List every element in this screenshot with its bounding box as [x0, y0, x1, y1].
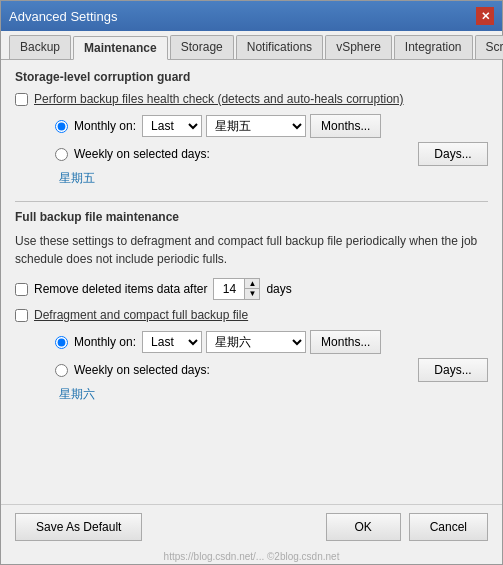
full-backup-days-button[interactable]: Days... — [418, 358, 488, 382]
full-backup-monthly-radio[interactable] — [55, 336, 68, 349]
remove-deleted-checkbox[interactable] — [15, 283, 28, 296]
days-input[interactable] — [214, 279, 244, 299]
corruption-radio-group: Monthly on: Last 星期五 Months... Weekly — [35, 114, 488, 187]
days-spinner: ▲ ▼ — [213, 278, 260, 300]
corruption-monthly-dropdown1[interactable]: Last — [142, 115, 202, 137]
defrag-row: Defragment and compact full backup file — [15, 308, 488, 322]
footer: Save As Default OK Cancel — [1, 504, 502, 549]
full-backup-monthly-label: Monthly on: — [74, 335, 136, 349]
advanced-settings-window: Advanced Settings ✕ Backup Maintenance S… — [0, 0, 503, 565]
full-backup-description: Use these settings to defragment and com… — [15, 232, 488, 268]
defrag-checkbox[interactable] — [15, 309, 28, 322]
window-title: Advanced Settings — [9, 9, 117, 24]
tab-backup[interactable]: Backup — [9, 35, 71, 59]
cancel-button[interactable]: Cancel — [409, 513, 488, 541]
full-backup-weekly-radio[interactable] — [55, 364, 68, 377]
corruption-days-button[interactable]: Days... — [418, 142, 488, 166]
tab-vsphere[interactable]: vSphere — [325, 35, 392, 59]
full-backup-weekly-row: Weekly on selected days: Days... — [55, 358, 488, 382]
full-backup-monthly-dropdown1[interactable]: Last — [142, 331, 202, 353]
days-label: days — [266, 282, 291, 296]
tab-notifications[interactable]: Notifications — [236, 35, 323, 59]
full-backup-monthly-dropdown2[interactable]: 星期六 — [206, 331, 306, 353]
remove-deleted-label: Remove deleted items data after — [34, 282, 207, 296]
full-backup-monthly-controls: Last 星期六 Months... — [142, 330, 488, 354]
close-button[interactable]: ✕ — [476, 7, 494, 25]
full-backup-section: Full backup file maintenance Use these s… — [15, 210, 488, 403]
corruption-monthly-controls: Last 星期五 Months... — [142, 114, 488, 138]
corruption-monthly-dropdown2[interactable]: 星期五 — [206, 115, 306, 137]
corruption-monthly-radio[interactable] — [55, 120, 68, 133]
spinner-down-button[interactable]: ▼ — [245, 289, 259, 299]
corruption-guard-section: Storage-level corruption guard Perform b… — [15, 70, 488, 187]
spinner-arrows: ▲ ▼ — [244, 279, 259, 299]
ok-button[interactable]: OK — [326, 513, 401, 541]
footer-right-buttons: OK Cancel — [326, 513, 488, 541]
full-backup-weekly-label: Weekly on selected days: — [74, 363, 210, 377]
full-backup-monthly-row: Monthly on: Last 星期六 Months... — [55, 330, 488, 354]
corruption-weekly-label: Weekly on selected days: — [74, 147, 210, 161]
full-backup-radio-group: Monthly on: Last 星期六 Months... Weekly — [35, 330, 488, 403]
tab-integration[interactable]: Integration — [394, 35, 473, 59]
health-check-label: Perform backup files health check (detec… — [34, 92, 404, 106]
tab-bar: Backup Maintenance Storage Notifications… — [1, 31, 502, 60]
tab-scripts[interactable]: Scripts — [475, 35, 503, 59]
health-check-checkbox[interactable] — [15, 93, 28, 106]
save-as-default-button[interactable]: Save As Default — [15, 513, 142, 541]
corruption-section-title: Storage-level corruption guard — [15, 70, 488, 84]
title-bar: Advanced Settings ✕ — [1, 1, 502, 31]
full-backup-weekly-subtext: 星期六 — [59, 386, 488, 403]
defrag-label: Defragment and compact full backup file — [34, 308, 248, 322]
watermark: https://blog.csdn.net/... ©2blog.csdn.ne… — [1, 549, 502, 564]
corruption-weekly-subtext: 星期五 — [59, 170, 488, 187]
corruption-monthly-label: Monthly on: — [74, 119, 136, 133]
remove-deleted-row: Remove deleted items data after ▲ ▼ days — [15, 278, 488, 300]
health-check-row: Perform backup files health check (detec… — [15, 92, 488, 106]
tab-storage[interactable]: Storage — [170, 35, 234, 59]
corruption-weekly-row: Weekly on selected days: Days... — [55, 142, 488, 166]
tab-content: Storage-level corruption guard Perform b… — [1, 60, 502, 504]
corruption-weekly-radio[interactable] — [55, 148, 68, 161]
corruption-monthly-row: Monthly on: Last 星期五 Months... — [55, 114, 488, 138]
corruption-months-button[interactable]: Months... — [310, 114, 381, 138]
tab-maintenance[interactable]: Maintenance — [73, 36, 168, 60]
full-backup-section-title: Full backup file maintenance — [15, 210, 488, 224]
full-backup-months-button[interactable]: Months... — [310, 330, 381, 354]
section-divider — [15, 201, 488, 202]
spinner-up-button[interactable]: ▲ — [245, 279, 259, 289]
